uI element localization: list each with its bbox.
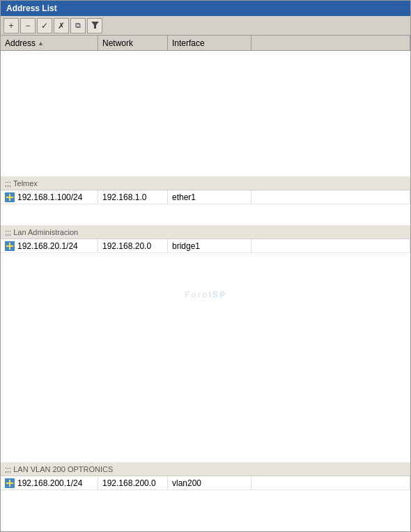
cell-interface-1: ether1 [168,190,251,204]
group-telmex: ;;; Telmex [1,176,410,190]
interface-value-1: ether1 [172,192,196,202]
cell-address-1: 192.168.1.100/24 [1,190,98,204]
network-value-3: 192.168.200.0 [102,478,156,488]
table-row[interactable]: 192.168.200.1/24 192.168.200.0 vlan200 [1,476,410,490]
title-bar: Address List [1,1,410,16]
group-lan-admin: ;;; Lan Administracion [1,225,410,239]
cell-rest-3 [251,476,410,489]
cross-icon: ✗ [58,21,65,31]
column-header-address[interactable]: Address ▲ [1,36,98,50]
column-address-label: Address [5,38,36,48]
filter-icon [91,20,100,31]
window-title: Address List [6,3,57,13]
svg-marker-0 [91,22,99,29]
network-value-1: 192.168.1.0 [102,192,146,202]
column-interface-label: Interface [172,38,205,48]
address-value-2: 192.168.20.1/24 [17,241,78,251]
toolbar: + − ✓ ✗ ⧉ [1,16,410,36]
address-icon-2 [5,241,15,251]
cell-interface-2: bridge1 [168,239,251,252]
table-header: Address ▲ Network Interface [1,36,410,51]
cell-address-2: 192.168.20.1/24 [1,239,98,252]
empty-space-middle [1,253,410,462]
sort-arrow-icon: ▲ [38,40,44,47]
cell-interface-3: vlan200 [168,476,251,489]
column-header-network[interactable]: Network [98,36,168,50]
cell-rest-2 [251,239,410,252]
table-row[interactable]: 192.168.1.100/24 192.168.1.0 ether1 [1,190,410,204]
cell-address-3: 192.168.200.1/24 [1,476,98,489]
filter-button[interactable] [87,18,102,33]
empty-space-top [1,51,410,176]
group-telmex-label: ;;; Telmex [5,179,38,188]
table-row[interactable]: 192.168.20.1/24 192.168.20.0 bridge1 [1,239,410,253]
add-button[interactable]: + [3,18,19,33]
cell-network-1: 192.168.1.0 [98,190,168,204]
cell-network-2: 192.168.20.0 [98,239,168,252]
interface-value-3: vlan200 [172,478,201,488]
remove-button[interactable]: − [20,18,36,33]
copy-icon: ⧉ [75,21,81,30]
address-list-window: Address List + − ✓ ✗ ⧉ Address ▲ [0,0,411,532]
address-icon-3 [5,478,15,488]
cell-rest-1 [251,190,410,204]
enable-button[interactable]: ✓ [37,18,52,33]
group-lan-admin-label: ;;; Lan Administracion [5,228,78,236]
table-body: ForoISP ;;; Telmex 192.168.1.100/24 192.… [1,51,410,531]
group-vlan200: ;;; LAN VLAN 200 OPTRONICS [1,462,410,476]
address-value-1: 192.168.1.100/24 [17,192,82,202]
network-value-2: 192.168.20.0 [102,241,151,251]
disable-button[interactable]: ✗ [54,18,69,33]
address-icon-1 [5,192,15,202]
add-icon: + [8,21,13,31]
gap-1 [1,204,410,225]
check-icon: ✓ [41,21,48,31]
column-header-rest [251,36,410,50]
minus-icon: − [25,21,30,31]
column-header-interface[interactable]: Interface [168,36,251,50]
column-network-label: Network [102,38,133,48]
copy-button[interactable]: ⧉ [70,18,86,33]
group-vlan200-label: ;;; LAN VLAN 200 OPTRONICS [5,465,113,473]
address-value-3: 192.168.200.1/24 [17,478,82,488]
interface-value-2: bridge1 [172,241,200,251]
cell-network-3: 192.168.200.0 [98,476,168,489]
